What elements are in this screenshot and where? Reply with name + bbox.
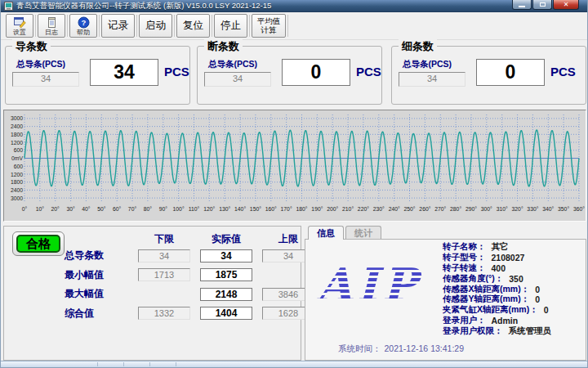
broken-bar-count-group-value-field[interactable]: 0 [282, 59, 350, 86]
svg-text:40°: 40° [82, 206, 91, 212]
actual-field[interactable]: 1404 [200, 307, 252, 320]
svg-text:340°: 340° [542, 206, 554, 212]
info-field-value: 2108027 [492, 253, 525, 263]
toolbar-separator [249, 15, 250, 37]
statusbar-separator [176, 362, 176, 366]
help-button-label: 帮助 [77, 29, 90, 36]
svg-text:250°: 250° [403, 206, 415, 212]
unit-label: PCS [356, 65, 381, 79]
row-label: 最大幅值 [56, 287, 128, 301]
thin-bar-count-group: 细条数总导条(PCS)340PCS [391, 46, 586, 105]
svg-text:180°: 180° [296, 206, 307, 212]
settings-button[interactable]: 设置 [6, 14, 33, 38]
info-fields: 转子名称：其它转子型号：2108027转子转速：400传感器角度(°)：350传… [443, 242, 551, 336]
info-field-value: 其它 [492, 241, 509, 253]
svg-text:100°: 100° [173, 206, 185, 212]
total-bars-label: 总导条(PCS) [403, 59, 452, 70]
window-title: 青岛艾普智能仪器有限公司--转子测试系统 (新版) V15.0.0 LSY 20… [16, 1, 584, 11]
aip-logo: AIP [317, 261, 457, 310]
minimize-button[interactable] [512, 0, 532, 10]
tab-info[interactable]: 信息 [308, 226, 344, 240]
info-panel: 信息统计 AIP 转子名称：其它转子型号：2108027转子转速：400传感器角… [305, 226, 586, 361]
window-controls: ✕ [512, 0, 579, 10]
row-label: 总导条数 [56, 249, 128, 263]
tab-stats[interactable]: 统计 [345, 226, 381, 240]
svg-text:260°: 260° [419, 206, 430, 212]
svg-text:290°: 290° [466, 206, 477, 212]
svg-text:140°: 140° [234, 206, 246, 212]
lower-field: 1332 [138, 307, 190, 320]
info-field-value: 400 [492, 263, 506, 273]
info-tab-content: AIP 转子名称：其它转子型号：2108027转子转速：400传感器角度(°)：… [305, 239, 586, 361]
toolbar: 设置日志?帮助记录启动复位停止平均值计算 [1, 12, 587, 40]
svg-text:320°: 320° [512, 206, 523, 212]
bar-count-group-value-field[interactable]: 34 [90, 59, 158, 86]
broken-bar-count-group-title: 断条数 [204, 39, 243, 54]
svg-text:1800: 1800 [11, 179, 23, 185]
column-header: 实际值 [200, 232, 252, 246]
bar-count-group: 导条数总导条(PCS)3434PCS [5, 46, 190, 105]
waveform-chart: 0°10°20°30°40°50°60°70°80°90°100°110°120… [3, 110, 586, 222]
average-calc-button[interactable]: 平均值计算 [252, 14, 286, 38]
statusbar-separator [123, 362, 124, 366]
svg-text:120°: 120° [203, 206, 215, 212]
svg-text:3000: 3000 [11, 195, 23, 201]
svg-text:2400: 2400 [11, 123, 23, 129]
total-bars-field: 34 [204, 72, 271, 87]
svg-text:130°: 130° [219, 206, 230, 212]
record-button[interactable]: 记录 [101, 14, 135, 38]
thin-bar-count-group-title: 细条数 [399, 39, 437, 54]
lower-field: 34 [138, 249, 190, 263]
application-window: 青岛艾普智能仪器有限公司--转子测试系统 (新版) V15.0.0 LSY 20… [0, 0, 588, 368]
log-button[interactable]: 日志 [38, 14, 65, 38]
info-field-value: 系统管理员 [509, 325, 552, 337]
start-button[interactable]: 启动 [139, 14, 172, 38]
svg-text:160°: 160° [265, 206, 277, 212]
thin-bar-count-group-value-field[interactable]: 0 [476, 59, 545, 86]
info-field-row: 登录用户：Admin [443, 316, 551, 326]
stop-button[interactable]: 停止 [214, 14, 247, 38]
svg-text:150°: 150° [250, 206, 261, 212]
svg-text:270°: 270° [434, 206, 446, 212]
info-field-row: 转子名称：其它 [443, 242, 551, 253]
maximize-icon [540, 2, 546, 7]
info-tabs: 信息统计 [308, 226, 381, 240]
info-field-row: 夹紧气缸X轴距离(mm)：0 [443, 305, 551, 316]
actual-field[interactable]: 34 [200, 249, 252, 263]
toolbar-separator [67, 15, 68, 37]
statusbar-separator [149, 362, 150, 366]
lower-field: 1713 [138, 268, 190, 281]
info-field-value: Admin [492, 316, 519, 325]
svg-text:600: 600 [14, 164, 24, 169]
toolbar-separator [174, 15, 175, 37]
info-field-label: 登录用户权限： [443, 325, 503, 337]
info-field-row: 传感器Y轴距离(mm)：0 [443, 294, 551, 305]
close-button[interactable]: ✕ [553, 0, 579, 10]
toolbar-separator [136, 15, 137, 37]
total-bars-field: 34 [399, 72, 466, 87]
svg-text:90°: 90° [159, 206, 168, 212]
maximize-button[interactable] [532, 0, 552, 10]
help-button[interactable]: ?帮助 [69, 14, 97, 38]
close-icon: ✕ [564, 2, 569, 8]
svg-text:20°: 20° [51, 206, 60, 212]
svg-text:310°: 310° [497, 206, 508, 212]
actual-field[interactable]: 2148 [200, 288, 252, 301]
svg-text:70°: 70° [128, 206, 137, 212]
system-time-value: 2021-12-16 13:41:29 [385, 343, 465, 353]
toolbar-separator [35, 15, 36, 37]
unit-label: PCS [164, 65, 189, 79]
row-label: 综合值 [56, 307, 128, 321]
svg-text:350°: 350° [558, 206, 569, 212]
svg-text:600: 600 [14, 147, 24, 153]
log-icon [46, 16, 58, 29]
bar-count-group-title: 导条数 [12, 39, 51, 54]
info-field-value: 0 [535, 294, 540, 304]
svg-text:1200: 1200 [11, 172, 23, 177]
svg-text:30°: 30° [66, 206, 75, 212]
actual-field[interactable]: 1875 [200, 268, 252, 281]
minimize-icon [519, 6, 525, 7]
reset-button[interactable]: 复位 [176, 14, 210, 38]
app-icon [4, 2, 13, 11]
info-field-row: 转子型号：2108027 [443, 253, 551, 263]
